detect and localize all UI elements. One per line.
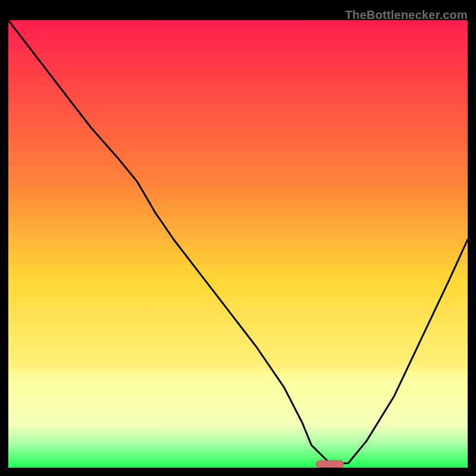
optimal-marker (316, 461, 343, 468)
plot-area (8, 20, 468, 468)
bottleneck-chart (8, 20, 468, 468)
chart-frame: TheBottlenecker.com (8, 8, 468, 468)
gradient-background (8, 20, 468, 468)
